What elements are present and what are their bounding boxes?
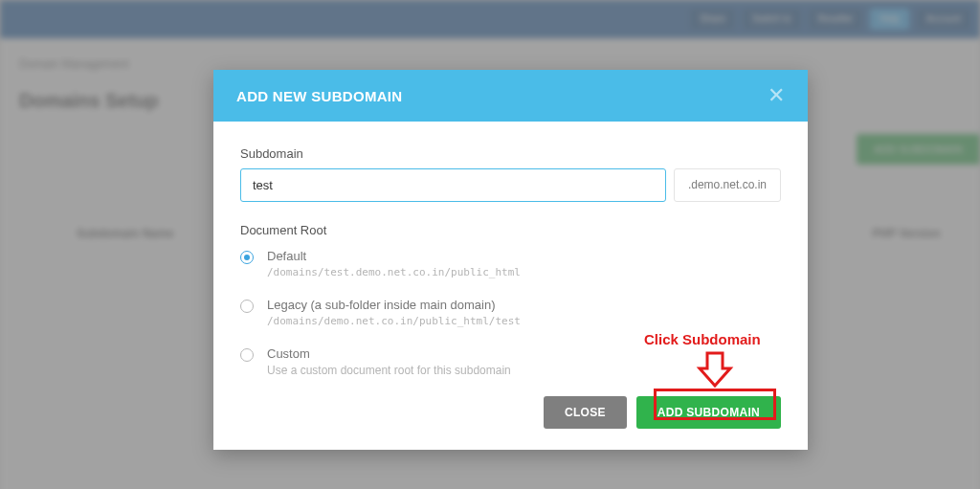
close-icon[interactable]: ✕	[768, 85, 785, 106]
radio-title: Legacy (a sub-folder inside main domain)	[267, 298, 521, 312]
subdomain-input[interactable]	[240, 168, 666, 202]
radio-option-custom[interactable]: Custom Use a custom document root for th…	[240, 346, 781, 377]
radio-icon[interactable]	[240, 300, 254, 313]
subdomain-label: Subdomain	[240, 146, 781, 161]
add-subdomain-modal: ADD NEW SUBDOMAIN ✕ Subdomain .demo.net.…	[213, 70, 808, 450]
annotation-text: Click Subdomain	[644, 331, 761, 347]
radio-title: Custom	[267, 346, 511, 361]
modal-title: ADD NEW SUBDOMAIN	[236, 88, 402, 104]
radio-subtitle: /domains/demo.net.co.in/public_html/test	[267, 315, 521, 327]
radio-subtitle: Use a custom document root for this subd…	[267, 364, 511, 377]
radio-icon[interactable]	[240, 348, 254, 362]
modal-header: ADD NEW SUBDOMAIN ✕	[213, 70, 808, 122]
domain-suffix: .demo.net.co.in	[674, 168, 781, 202]
document-root-label: Document Root	[240, 223, 781, 237]
add-subdomain-button[interactable]: ADD SUBDOMAIN	[636, 396, 781, 429]
radio-icon[interactable]	[240, 251, 254, 264]
radio-subtitle: /domains/test.demo.net.co.in/public_html	[267, 266, 521, 278]
radio-option-legacy[interactable]: Legacy (a sub-folder inside main domain)…	[240, 298, 781, 327]
close-button[interactable]: CLOSE	[544, 396, 627, 429]
radio-title: Default	[267, 249, 521, 263]
radio-option-default[interactable]: Default /domains/test.demo.net.co.in/pub…	[240, 249, 781, 278]
